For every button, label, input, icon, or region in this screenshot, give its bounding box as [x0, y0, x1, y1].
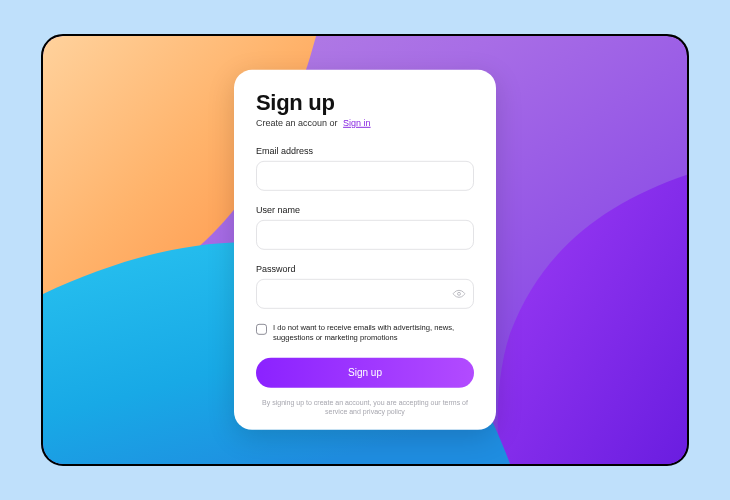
- marketing-optout-label: I do not want to receive emails with adv…: [273, 323, 474, 344]
- password-label: Password: [256, 264, 474, 274]
- marketing-optout-checkbox[interactable]: [256, 324, 267, 335]
- username-input[interactable]: [256, 220, 474, 250]
- eye-icon[interactable]: [452, 287, 466, 301]
- username-label: User name: [256, 205, 474, 215]
- signup-card: Sign up Create an accoun or Sign in Emai…: [234, 70, 496, 430]
- signup-button[interactable]: Sign up: [256, 357, 474, 387]
- email-label: Email address: [256, 146, 474, 156]
- svg-point-1: [458, 292, 461, 295]
- signin-link[interactable]: Sign in: [343, 118, 371, 128]
- terms-footnote: By signing up to create an account, you …: [256, 397, 474, 416]
- subtitle-text: Create an accoun or: [256, 118, 338, 128]
- page-title: Sign up: [256, 90, 474, 116]
- email-input[interactable]: [256, 161, 474, 191]
- device-frame: Sign up Create an accoun or Sign in Emai…: [41, 34, 689, 466]
- subtitle: Create an accoun or Sign in: [256, 118, 474, 128]
- password-input[interactable]: [256, 279, 474, 309]
